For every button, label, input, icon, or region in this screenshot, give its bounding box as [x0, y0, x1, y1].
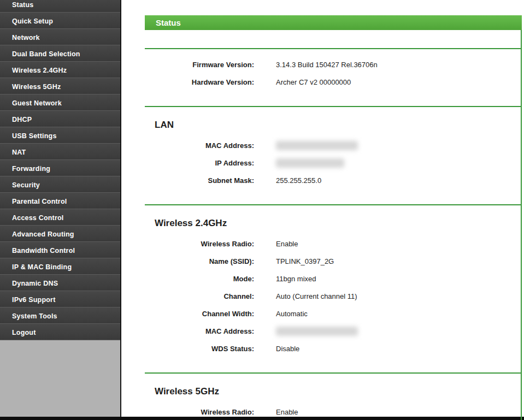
- sidebar-item-guest-network[interactable]: Guest Network: [0, 94, 120, 111]
- section-divider: [145, 106, 521, 107]
- sidebar-item-label: Security: [12, 181, 40, 189]
- sidebar-item-label: Guest Network: [12, 99, 62, 107]
- rows: Wireless Radio: Enable Name (SSID): TPLI…: [145, 232, 521, 357]
- sidebar-filler: [0, 340, 120, 417]
- sidebar-item-ip-mac-binding[interactable]: IP & MAC Binding: [0, 258, 120, 275]
- row-value: 11bgn mixed: [276, 275, 316, 283]
- redacted-value: [276, 141, 358, 150]
- row-label: Name (SSID):: [145, 257, 254, 265]
- row-label: Wireless Radio:: [145, 408, 254, 416]
- sidebar-item-ipv6-support[interactable]: IPv6 Support: [0, 291, 120, 307]
- info-row-subnet-mask: Subnet Mask: 255.255.255.0: [145, 171, 521, 189]
- info-row-ssid: Name (SSID): TPLINK_0397_2G: [145, 252, 521, 270]
- sidebar-item-label: IP & MAC Binding: [12, 263, 72, 271]
- row-value: Archer C7 v2 00000000: [276, 78, 351, 86]
- row-label: WDS Status:: [145, 345, 254, 353]
- redacted-value: [276, 327, 358, 336]
- sidebar-item-label: Status: [12, 1, 33, 9]
- sidebar-item-forwarding[interactable]: Forwarding: [0, 160, 120, 176]
- sidebar-item-label: USB Settings: [12, 132, 57, 140]
- sidebar-item-label: Advanced Routing: [12, 230, 74, 238]
- info-row-wl-mac: MAC Address:: [145, 322, 521, 340]
- section-wireless-5ghz: Wireless 5GHz Wireless Radio: Enable: [145, 383, 521, 420]
- sidebar-item-label: Access Control: [12, 214, 64, 222]
- sidebar-item-label: Dynamic DNS: [12, 280, 58, 287]
- section-title: Wireless 2.4GHz: [155, 215, 521, 232]
- section-title: LAN: [155, 117, 521, 133]
- app-window: Status Quick Setup Network Dual Band Sel…: [0, 0, 524, 417]
- sidebar-item-quick-setup[interactable]: Quick Setup: [0, 13, 120, 29]
- sidebar-item-label: IPv6 Support: [12, 296, 56, 304]
- row-label: Channel Width:: [145, 310, 254, 318]
- sidebar-item-wireless-5ghz[interactable]: Wireless 5GHz: [0, 78, 120, 94]
- sidebar-item-system-tools[interactable]: System Tools: [0, 307, 120, 324]
- row-label: MAC Address:: [145, 327, 254, 335]
- status-body: Firmware Version: 3.14.3 Build 150427 Re…: [145, 30, 522, 420]
- row-label: MAC Address:: [145, 141, 254, 150]
- row-label: Wireless Radio:: [145, 240, 254, 248]
- section-lan: LAN MAC Address: IP Address: Subnet Mask…: [145, 117, 521, 204]
- section-title: Wireless 5GHz: [155, 383, 521, 400]
- row-label: Channel:: [145, 292, 254, 300]
- sidebar-item-label: DHCP: [12, 116, 32, 123]
- info-row-channel-width: Channel Width: Automatic: [145, 305, 521, 322]
- sidebar-item-network[interactable]: Network: [0, 29, 120, 45]
- sidebar-item-security[interactable]: Security: [0, 176, 120, 193]
- main-content: Status Firmware Version: 3.14.3 Build 15…: [121, 0, 524, 417]
- row-value: Enable: [276, 240, 298, 248]
- page-title: Status: [156, 18, 181, 27]
- sidebar-item-bandwidth-control[interactable]: Bandwidth Control: [0, 242, 120, 258]
- sidebar-item-parental-control[interactable]: Parental Control: [0, 193, 120, 209]
- row-label: Firmware Version:: [145, 61, 254, 69]
- row-value: [276, 140, 358, 150]
- sidebar-item-access-control[interactable]: Access Control: [0, 209, 120, 226]
- sidebar-item-dhcp[interactable]: DHCP: [0, 111, 120, 127]
- info-row-firmware: Firmware Version: 3.14.3 Build 150427 Re…: [145, 56, 521, 73]
- section-wireless-24ghz: Wireless 2.4GHz Wireless Radio: Enable N…: [145, 215, 521, 372]
- sidebar-item-label: NAT: [12, 149, 26, 156]
- row-label: Hardware Version:: [145, 78, 254, 86]
- row-label: Mode:: [145, 275, 254, 283]
- sidebar-item-label: System Tools: [12, 312, 57, 320]
- info-row-wireless-radio: Wireless Radio: Enable: [145, 235, 521, 252]
- rows: MAC Address: IP Address: Subnet Mask: 25…: [145, 133, 521, 189]
- sidebar-item-label: Wireless 2.4GHz: [12, 67, 67, 74]
- row-value: TPLINK_0397_2G: [276, 257, 334, 265]
- sidebar-item-label: Logout: [12, 329, 36, 336]
- sidebar-item-label: Network: [12, 34, 40, 42]
- sidebar-item-label: Parental Control: [12, 198, 67, 205]
- sidebar: Status Quick Setup Network Dual Band Sel…: [0, 0, 121, 417]
- row-value: Auto (Current channel 11): [276, 292, 357, 300]
- info-row-wds-status: WDS Status: Disable: [145, 340, 521, 357]
- content-inner: Status Firmware Version: 3.14.3 Build 15…: [145, 0, 522, 417]
- section-divider: [145, 372, 521, 374]
- info-row-mode: Mode: 11bgn mixed: [145, 270, 521, 287]
- row-label: IP Address:: [145, 159, 254, 167]
- rows: Wireless Radio: Enable: [145, 400, 521, 420]
- info-row-lan-ip: IP Address:: [145, 154, 521, 171]
- rows: Firmware Version: 3.14.3 Build 150427 Re…: [145, 49, 521, 91]
- info-row-channel: Channel: Auto (Current channel 11): [145, 287, 521, 305]
- sidebar-item-nat[interactable]: NAT: [0, 144, 120, 160]
- section-divider: [145, 204, 521, 205]
- sidebar-item-label: Bandwidth Control: [12, 247, 75, 255]
- sidebar-item-label: Quick Setup: [12, 17, 53, 25]
- sidebar-item-usb-settings[interactable]: USB Settings: [0, 127, 120, 144]
- row-value: 255.255.255.0: [276, 176, 321, 185]
- sidebar-item-advanced-routing[interactable]: Advanced Routing: [0, 226, 120, 242]
- sidebar-item-wireless-24ghz[interactable]: Wireless 2.4GHz: [0, 62, 120, 78]
- sidebar-item-dynamic-dns[interactable]: Dynamic DNS: [0, 275, 120, 291]
- row-value: [276, 158, 344, 167]
- row-value: Enable: [276, 408, 298, 416]
- spacer: [145, 30, 521, 48]
- row-value: 3.14.3 Build 150427 Rel.36706n: [276, 61, 378, 69]
- sidebar-item-logout[interactable]: Logout: [0, 324, 120, 340]
- row-value: Automatic: [276, 310, 308, 318]
- info-row-hardware: Hardware Version: Archer C7 v2 00000000: [145, 73, 521, 91]
- row-value: [276, 326, 358, 335]
- page-title-bar: Status: [145, 15, 522, 30]
- sidebar-menu: Status Quick Setup Network Dual Band Sel…: [0, 0, 120, 340]
- sidebar-item-status[interactable]: Status: [0, 0, 120, 13]
- sidebar-item-dual-band-selection[interactable]: Dual Band Selection: [0, 45, 120, 62]
- sidebar-item-label: Wireless 5GHz: [12, 83, 61, 91]
